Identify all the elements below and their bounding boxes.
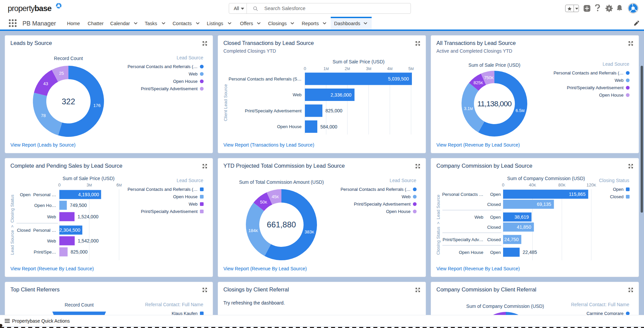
svg-text:80K: 80K: [558, 182, 565, 187]
svg-text:5M: 5M: [409, 66, 414, 71]
svg-text:Client Lead Source: Client Lead Source: [223, 84, 228, 121]
svg-text:4M: 4M: [387, 66, 392, 71]
svg-text:115,865: 115,865: [569, 192, 586, 197]
svg-text:Personal Contacts …: Personal Contacts …: [442, 192, 483, 197]
svg-text:Record Count: Record Count: [65, 302, 94, 308]
svg-text:3M: 3M: [366, 66, 371, 71]
svg-text:78: 78: [41, 113, 46, 118]
svg-text:Print/Specialty Advertisement: Print/Specialty Advertisement: [245, 108, 302, 113]
svg-text:176: 176: [93, 103, 101, 108]
svg-text:Personal Contacts and Referral: Personal Contacts and Referrals (S…: [229, 76, 302, 81]
svg-text:11,138,000: 11,138,000: [477, 100, 512, 108]
svg-text:0: 0: [304, 66, 306, 71]
svg-text:50K: 50K: [260, 200, 267, 205]
svg-text:749,500: 749,500: [70, 203, 87, 208]
svg-text:Sum of Sale Price (USD): Sum of Sale Price (USD): [63, 176, 115, 181]
svg-text:0: 0: [502, 182, 504, 187]
svg-text:Web: Web: [47, 238, 56, 243]
svg-text:45K: 45K: [272, 194, 279, 199]
svg-text:25: 25: [59, 71, 64, 76]
svg-text:Closed: Closed: [487, 202, 501, 207]
svg-text:661,880: 661,880: [267, 220, 296, 229]
svg-text:Web: Web: [293, 92, 302, 97]
svg-text:38,619: 38,619: [515, 214, 529, 220]
svg-text:Record Count: Record Count: [54, 56, 83, 61]
svg-text:Lead Source > Closing Status: Lead Source > Closing Status: [10, 195, 15, 255]
svg-text:6M: 6M: [116, 182, 122, 187]
svg-text:750K: 750K: [484, 75, 494, 80]
svg-text:Open: Open: [490, 192, 501, 197]
svg-text:0: 0: [58, 182, 60, 187]
svg-text:2,336,000: 2,336,000: [331, 92, 352, 98]
svg-text:Open: Open: [490, 215, 501, 220]
svg-text:4,193,000: 4,193,000: [78, 192, 99, 197]
svg-text:Open: Open: [490, 250, 501, 255]
svg-text:22,485: 22,485: [523, 250, 537, 255]
svg-text:43: 43: [43, 81, 48, 86]
svg-text:Web: Web: [475, 215, 484, 220]
svg-text:69,135: 69,135: [537, 202, 551, 207]
svg-text:584,000: 584,000: [320, 124, 337, 129]
svg-text:Print/Specialty Adv…: Print/Specialty Adv…: [443, 237, 483, 242]
svg-text:6.5M: 6.5M: [516, 108, 525, 113]
svg-text:Sum of Sale Price (USD): Sum of Sale Price (USD): [469, 62, 521, 68]
svg-text:Sum of Company Commission (USD: Sum of Company Commission (USD): [466, 304, 544, 309]
svg-text:Personal …: Personal …: [33, 228, 56, 233]
svg-text:3.1M: 3.1M: [464, 106, 473, 111]
svg-text:Closed: Closed: [487, 225, 501, 230]
svg-text:184K: 184K: [248, 228, 258, 233]
svg-text:Open: Open: [20, 192, 31, 197]
svg-text:825,000: 825,000: [325, 108, 342, 113]
svg-text:1M: 1M: [323, 66, 329, 71]
svg-text:Closed: Closed: [17, 228, 31, 233]
svg-text:2,304,500: 2,304,500: [59, 227, 80, 233]
svg-text:1,524,000: 1,524,000: [77, 214, 98, 219]
svg-text:Sum of Company Commission (USD: Sum of Company Commission (USD): [507, 176, 585, 181]
svg-text:41,850: 41,850: [517, 224, 531, 230]
svg-text:383K: 383K: [305, 229, 314, 234]
svg-text:40K: 40K: [529, 182, 536, 187]
svg-text:825,000: 825,000: [71, 249, 88, 255]
svg-text:825K: 825K: [474, 80, 483, 85]
svg-text:Sum of Total Commission Amount: Sum of Total Commission Amount (USD): [239, 179, 324, 185]
svg-text:Closing Status > Lead Source: Closing Status > Lead Source: [436, 195, 441, 255]
svg-text:5,039,500: 5,039,500: [388, 76, 409, 81]
svg-text:322: 322: [62, 97, 75, 106]
svg-text:Web: Web: [47, 214, 56, 219]
svg-text:Print/Spe…: Print/Spe…: [34, 250, 56, 255]
svg-text:Open House: Open House: [277, 124, 302, 129]
svg-text:Closed: Closed: [487, 237, 501, 242]
svg-text:120K: 120K: [586, 182, 596, 187]
svg-text:Personal …: Personal …: [33, 192, 56, 197]
svg-text:Open House: Open House: [459, 250, 483, 255]
svg-text:Sum of Sale Price (USD): Sum of Sale Price (USD): [333, 59, 385, 64]
svg-text:1,542,000: 1,542,000: [78, 238, 99, 243]
svg-text:24,750: 24,750: [504, 237, 519, 242]
svg-text:3M: 3M: [87, 182, 92, 187]
svg-text:Open Ho…: Open Ho…: [34, 203, 56, 208]
svg-text:2M: 2M: [345, 66, 350, 71]
